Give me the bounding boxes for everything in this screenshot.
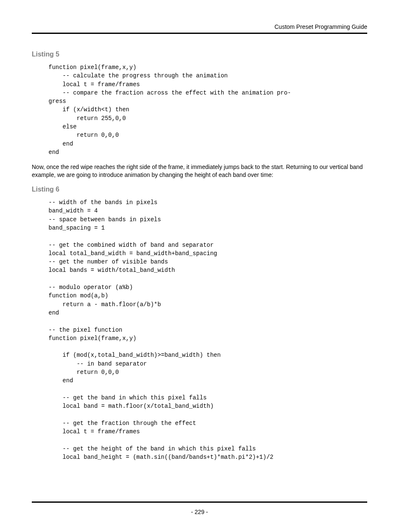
footer-divider [32,501,367,503]
paragraph-1: Now, once the red wipe reaches the right… [32,163,367,179]
listing-6-code: -- width of the bands in pixels band_wid… [49,198,367,461]
listing-6-heading: Listing 6 [32,186,367,193]
header-row: Custom Preset Programming Guide [32,23,367,30]
listing-5-code: function pixel(frame,x,y) -- calculate t… [49,63,367,156]
page-number: - 229 - [32,509,367,515]
page: Custom Preset Programming Guide Listing … [0,0,399,532]
listing-5-heading: Listing 5 [32,51,367,58]
header-title: Custom Preset Programming Guide [274,23,367,30]
footer: - 229 - [32,501,367,515]
header-divider [32,33,367,34]
